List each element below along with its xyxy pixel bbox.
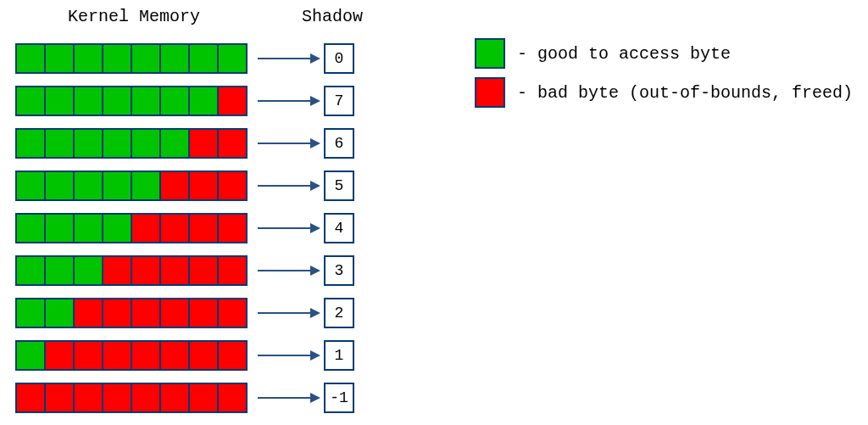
byte-cell-good	[131, 86, 161, 116]
byte-cell-bad	[217, 255, 248, 286]
byte-cell-bad	[217, 213, 248, 243]
byte-cell-bad	[188, 128, 219, 159]
memory-row: -1	[15, 377, 354, 419]
byte-cell-good	[102, 86, 132, 116]
legend-entry-bad: - bad byte (out-of-bounds, freed)	[475, 73, 853, 112]
svg-marker-9	[310, 223, 320, 233]
byte-cell-bad	[73, 340, 103, 371]
byte-cell-good	[159, 86, 190, 116]
byte-cell-bad	[217, 340, 248, 371]
shadow-value-box: 7	[324, 86, 354, 116]
arrow-right-icon	[258, 383, 320, 413]
byte-cell-good	[131, 171, 161, 201]
byte-cell-bad	[44, 383, 75, 413]
byte-cell-good	[15, 298, 46, 328]
byte-cell-bad	[188, 298, 219, 328]
arrow-right-icon	[258, 86, 320, 116]
byte-cell-bad	[73, 298, 103, 328]
arrow-right-icon	[258, 255, 320, 286]
shadow-value-box: 4	[324, 213, 354, 243]
byte-cell-bad	[102, 298, 132, 328]
byte-cell-bad	[217, 86, 248, 116]
svg-marker-15	[310, 350, 320, 361]
arrow-right-icon	[258, 213, 320, 243]
byte-cell-good	[15, 255, 46, 286]
byte-cell-good	[102, 213, 132, 243]
svg-marker-17	[310, 393, 320, 403]
byte-cell-bad	[188, 213, 219, 243]
byte-cell-bad	[188, 383, 219, 413]
legend-swatch-good	[475, 38, 505, 69]
byte-cell-bad	[73, 383, 103, 413]
byte-cell-good	[188, 43, 219, 74]
byte-cell-good	[73, 43, 103, 74]
byte-cell-bad	[131, 255, 161, 286]
arrow-right-icon	[258, 340, 320, 371]
arrow-right-icon	[258, 171, 320, 201]
byte-strip	[15, 213, 248, 243]
byte-strip	[15, 171, 248, 201]
byte-cell-good	[188, 86, 219, 116]
byte-cell-bad	[217, 298, 248, 328]
byte-cell-bad	[102, 255, 132, 286]
byte-strip	[15, 128, 248, 159]
memory-row: 0	[15, 37, 354, 80]
byte-cell-good	[44, 298, 75, 328]
byte-cell-good	[102, 128, 132, 159]
byte-cell-bad	[159, 340, 190, 371]
byte-cell-good	[73, 86, 103, 116]
legend-swatch-bad	[475, 77, 505, 108]
byte-cell-bad	[102, 383, 132, 413]
memory-row: 3	[15, 249, 354, 292]
memory-row: 2	[15, 292, 354, 334]
shadow-value-box: 2	[324, 298, 354, 328]
byte-cell-good	[44, 43, 75, 74]
heading-kernel-memory: Kernel Memory	[68, 7, 200, 26]
byte-cell-bad	[44, 340, 75, 371]
byte-strip	[15, 383, 248, 413]
svg-marker-11	[310, 266, 320, 276]
byte-strip	[15, 86, 248, 116]
byte-cell-bad	[159, 298, 190, 328]
byte-cell-bad	[159, 171, 190, 201]
byte-cell-good	[73, 255, 103, 286]
legend: - good to access byte - bad byte (out-of…	[475, 34, 853, 112]
legend-entry-good: - good to access byte	[475, 34, 853, 73]
diagram-canvas: Kernel Memory Shadow 07654321-1 - good t…	[0, 0, 868, 425]
byte-cell-good	[102, 43, 132, 74]
legend-label-bad: - bad byte (out-of-bounds, freed)	[517, 83, 853, 103]
heading-shadow: Shadow	[302, 7, 363, 26]
byte-strip	[15, 340, 248, 371]
shadow-value-box: 0	[324, 43, 354, 74]
svg-marker-1	[310, 53, 320, 64]
byte-strip	[15, 43, 248, 74]
memory-rows: 07654321-1	[15, 37, 354, 419]
svg-marker-7	[310, 181, 320, 191]
shadow-value-box: 5	[324, 171, 354, 201]
svg-marker-3	[310, 96, 320, 106]
byte-cell-good	[131, 43, 161, 74]
byte-cell-good	[44, 128, 75, 159]
byte-cell-bad	[217, 171, 248, 201]
shadow-value-box: 6	[324, 128, 354, 159]
byte-cell-good	[44, 213, 75, 243]
svg-marker-13	[310, 308, 320, 318]
byte-cell-good	[73, 213, 103, 243]
byte-cell-bad	[159, 383, 190, 413]
byte-cell-bad	[159, 255, 190, 286]
byte-cell-good	[15, 340, 46, 371]
arrow-right-icon	[258, 43, 320, 74]
byte-cell-good	[15, 86, 46, 116]
byte-cell-good	[102, 171, 132, 201]
shadow-value-box: 3	[324, 255, 354, 286]
shadow-value-box: -1	[324, 383, 354, 413]
byte-cell-bad	[131, 298, 161, 328]
byte-cell-good	[15, 128, 46, 159]
byte-cell-bad	[188, 340, 219, 371]
byte-cell-bad	[131, 340, 161, 371]
byte-cell-good	[73, 171, 103, 201]
arrow-right-icon	[258, 298, 320, 328]
byte-cell-good	[131, 128, 161, 159]
byte-cell-good	[15, 213, 46, 243]
byte-cell-good	[15, 171, 46, 201]
